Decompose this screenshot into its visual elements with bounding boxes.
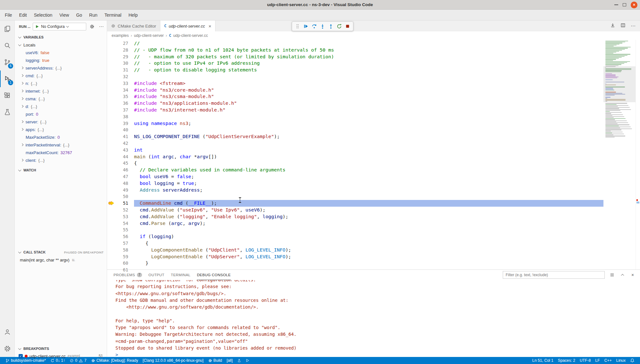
code-line-28[interactable]: 28// - UDP flow from n0 to n1 of 1024 by… xyxy=(107,47,603,54)
breakpoint-margin[interactable] xyxy=(107,113,115,120)
code-line-37[interactable]: 37#include "ns3/internet-module.h" xyxy=(107,107,603,113)
minimap[interactable] xyxy=(603,40,636,269)
code-line-27[interactable]: 27// xyxy=(107,40,603,47)
code-line-34[interactable]: 34#include "ns3/core-module.h" xyxy=(107,87,603,94)
code-line-55[interactable]: 55 xyxy=(107,227,603,233)
code-line-31[interactable]: 31// - option to disable logging stateme… xyxy=(107,67,603,73)
panel-menu-icon[interactable] xyxy=(609,272,615,278)
code-line-59[interactable]: 59 LogComponentEnable ("UdpServer", LOG_… xyxy=(107,253,603,260)
code-line-32[interactable]: 32 xyxy=(107,73,603,80)
menu-help[interactable]: Help xyxy=(125,10,141,21)
code-line-39[interactable]: 39using namespace ns3; xyxy=(107,120,603,127)
step-out-icon[interactable] xyxy=(327,22,335,30)
breakpoint-margin[interactable] xyxy=(107,193,115,200)
code-line-45[interactable]: 45{ xyxy=(107,160,603,167)
breakpoint-margin[interactable] xyxy=(107,54,115,60)
code-line-43[interactable]: 43int xyxy=(107,147,603,153)
code-line-54[interactable]: 54 cmd.Parse (argc, argv); xyxy=(107,220,603,227)
breakpoint-margin[interactable] xyxy=(107,127,115,133)
breakpoint-margin[interactable] xyxy=(107,220,115,227)
breakpoint-margin[interactable] xyxy=(107,100,115,107)
code-line-56[interactable]: 56 if (logging) xyxy=(107,233,603,240)
cmake-build-item[interactable]: Build xyxy=(206,358,224,363)
breakpoint-margin[interactable] xyxy=(107,93,115,100)
more-actions-icon[interactable]: ⋯ xyxy=(98,23,105,30)
close-tab-icon[interactable]: × xyxy=(208,23,211,29)
code-line-30[interactable]: 30// - option to use IPv4 or IPv6 addres… xyxy=(107,60,603,67)
code-line-47[interactable]: 47 bool useV6 = false; xyxy=(107,173,603,180)
stop-icon[interactable] xyxy=(343,22,352,30)
breakpoint-margin[interactable] xyxy=(107,47,115,54)
search-icon[interactable] xyxy=(0,37,14,54)
code-line-44[interactable]: 44main (int argc, char *argv[]) xyxy=(107,153,603,160)
breadcrumb-folder[interactable]: udp-client-server xyxy=(134,33,164,38)
breakpoints-section-header[interactable]: BREAKPOINTS xyxy=(15,345,107,352)
maximize-icon[interactable] xyxy=(623,3,626,6)
code-line-58[interactable]: 58 LogComponentEnable ("UdpClient", LOG_… xyxy=(107,247,603,253)
close-panel-icon[interactable]: × xyxy=(630,272,636,278)
open-changes-icon[interactable] xyxy=(610,23,615,29)
breakpoint-margin[interactable] xyxy=(107,133,115,140)
stack-frame[interactable]: main(int argc, char ** argv) u. xyxy=(15,256,107,264)
variable-row[interactable]: client:{...} xyxy=(15,156,107,164)
testing-icon[interactable] xyxy=(0,104,14,120)
breakpoint-margin[interactable] xyxy=(107,120,115,127)
continue-icon[interactable] xyxy=(302,22,310,30)
account-icon[interactable] xyxy=(0,324,14,340)
title-bar[interactable]: udp-client-server.cc - ns-3-dev - Visual… xyxy=(0,0,640,10)
variable-row[interactable]: logging:true xyxy=(15,56,107,64)
code-line-50[interactable]: 50 xyxy=(107,193,603,200)
menu-terminal[interactable]: Terminal xyxy=(101,10,125,21)
menu-go[interactable]: Go xyxy=(72,10,86,21)
breakpoint-margin[interactable] xyxy=(107,180,115,187)
editor-scrollbar[interactable] xyxy=(636,40,640,269)
breakpoint-margin[interactable] xyxy=(107,60,115,67)
scope-locals[interactable]: Locals xyxy=(15,41,107,49)
variable-row[interactable]: n:{...} xyxy=(15,79,107,87)
debug-config-dropdown[interactable]: No Configura xyxy=(33,23,86,30)
breakpoint-margin[interactable] xyxy=(107,247,115,253)
code-line-41[interactable]: 41NS_LOG_COMPONENT_DEFINE ("UdpClientSer… xyxy=(107,133,603,140)
breakpoint-margin[interactable] xyxy=(107,260,115,267)
code-line-46[interactable]: 46 // Declare variables used in command-… xyxy=(107,167,603,173)
menu-edit[interactable]: Edit xyxy=(16,10,30,21)
build-target-item[interactable]: [all] xyxy=(224,358,235,363)
breadcrumb-file[interactable]: udp-client-server.cc xyxy=(173,33,208,38)
tab-cmake-cache-editor[interactable]: CMake Cache Editor xyxy=(107,21,160,31)
code-line-36[interactable]: 36#include "ns3/applications-module.h" xyxy=(107,100,603,107)
breakpoint-margin[interactable] xyxy=(107,80,115,87)
variable-row[interactable]: cmd:{...} xyxy=(15,72,107,79)
breakpoint-margin[interactable] xyxy=(107,40,115,47)
code-line-38[interactable]: 38 xyxy=(107,113,603,120)
restart-icon[interactable] xyxy=(335,22,343,30)
code-line-53[interactable]: 53 cmd.AddValue ("logging", "Enable logg… xyxy=(107,213,603,220)
menu-selection[interactable]: Selection xyxy=(30,10,56,21)
more-actions-icon[interactable]: ⋯ xyxy=(631,23,636,29)
code-editor[interactable]: 27//28// - UDP flow from n0 to n1 of 102… xyxy=(107,40,640,269)
menu-view[interactable]: View xyxy=(56,10,72,21)
step-over-icon[interactable] xyxy=(310,22,318,30)
code-line-49[interactable]: 49 Address serverAddress; xyxy=(107,187,603,194)
breakpoint-item[interactable]: ✓ udp-client-server.cc exampl... 51 xyxy=(15,352,107,360)
variable-row[interactable]: maxPacketCount:32767 xyxy=(15,149,107,156)
cmake-kit-item[interactable]: [Clang 12.0.0 x86_64-pc-linux-gnu] xyxy=(140,358,206,363)
breakpoint-margin[interactable] xyxy=(107,240,115,247)
source-control-icon[interactable]: 6 xyxy=(0,54,14,70)
breakpoint-checkbox[interactable]: ✓ xyxy=(19,354,23,358)
breakpoint-margin[interactable] xyxy=(107,213,115,220)
breakpoint-margin[interactable] xyxy=(107,173,115,180)
breakpoint-margin[interactable] xyxy=(107,147,115,153)
minimize-icon[interactable] xyxy=(614,4,618,5)
ctest-item[interactable] xyxy=(235,359,243,363)
code-line-48[interactable]: 48 bool logging = true; xyxy=(107,180,603,187)
code-line-42[interactable]: 42 xyxy=(107,140,603,147)
breakpoint-margin[interactable] xyxy=(107,233,115,240)
tab-udp-client-server[interactable]: C udp-client-server.cc × xyxy=(160,21,215,31)
toolbar-drag-handle[interactable] xyxy=(293,22,302,30)
code-line-40[interactable]: 40 xyxy=(107,127,603,133)
code-line-61[interactable]: 61 xyxy=(107,267,603,273)
launch-item[interactable] xyxy=(243,359,252,362)
call-stack-section-header[interactable]: CALL STACK PAUSED ON BREAKPOINT xyxy=(15,248,107,256)
breakpoint-margin[interactable] xyxy=(107,207,115,213)
variable-row[interactable]: interPacketInterval:{...} xyxy=(15,141,107,149)
